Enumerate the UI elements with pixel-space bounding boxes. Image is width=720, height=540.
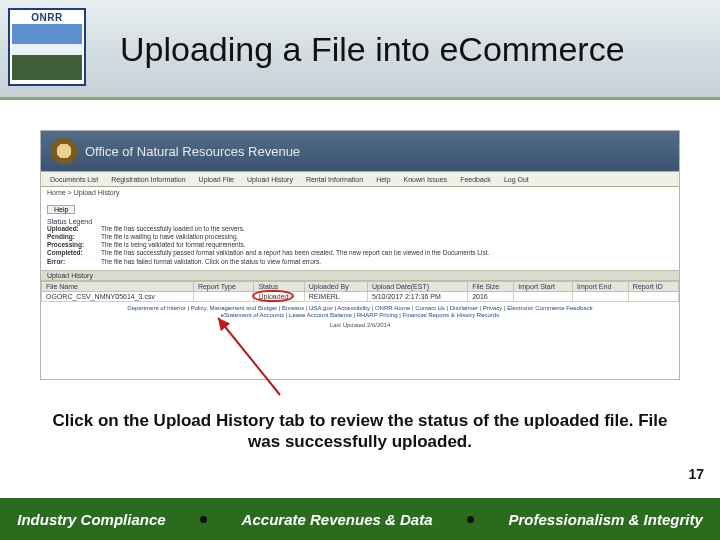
table-header-row: File Name Report Type Status Uploaded By… — [42, 281, 679, 291]
legend-val-uploaded: The file has successfully loaded on to t… — [101, 225, 245, 232]
legend-key-error: Error: — [47, 258, 101, 266]
footer-last-updated: Last Updated 2/6/2014 — [45, 322, 675, 330]
col-import-start: Import Start — [514, 281, 573, 291]
legend-val-processing: The file is being validated for format r… — [101, 241, 246, 248]
seal-icon — [51, 138, 77, 164]
footer-left: Industry Compliance — [17, 511, 165, 528]
cell-file-size: 2016 — [468, 291, 514, 301]
help-button[interactable]: Help — [47, 205, 75, 214]
slide-footer: Industry Compliance Accurate Revenues & … — [0, 498, 720, 540]
legend-key-completed: Completed: — [47, 249, 101, 257]
tab-bar: Documents List Registration Information … — [41, 171, 679, 187]
bullet-icon — [200, 516, 207, 523]
app-banner-title: Office of Natural Resources Revenue — [85, 144, 300, 159]
onrr-logo: ONRR — [8, 8, 86, 86]
tab-upload-file[interactable]: Upload File — [194, 175, 239, 184]
tab-log-out[interactable]: Log Out — [499, 175, 534, 184]
table-row: OGORC_CSV_NMNY05614_3.csv Uploaded REIME… — [42, 291, 679, 301]
cell-status[interactable]: Uploaded — [254, 291, 304, 301]
app-banner: Office of Natural Resources Revenue — [41, 131, 679, 171]
footer-right: Professionalism & Integrity — [509, 511, 703, 528]
cell-status-text: Uploaded — [258, 293, 288, 300]
footer-mid: Accurate Revenues & Data — [242, 511, 433, 528]
cell-uploaded-by: REIMERL — [304, 291, 367, 301]
screenshot-footer-links: Department of Interior | Policy, Managem… — [41, 302, 679, 331]
slide-title: Uploading a File into eCommerce — [120, 30, 700, 69]
slide-caption: Click on the Upload History tab to revie… — [40, 410, 680, 453]
legend-val-pending: The file is waiting to have validation p… — [101, 233, 238, 240]
tab-rental-information[interactable]: Rental Information — [301, 175, 368, 184]
onrr-logo-image — [12, 24, 82, 80]
legend-val-completed: The file has successfully passed format … — [101, 249, 489, 256]
legend-key-processing: Processing: — [47, 241, 101, 249]
footer-links-line1: Department of Interior | Policy, Managem… — [45, 305, 675, 313]
status-legend-title: Status Legend — [41, 216, 679, 225]
tab-registration-information[interactable]: Registration Information — [106, 175, 190, 184]
tab-known-issues[interactable]: Known Issues — [399, 175, 453, 184]
tab-help[interactable]: Help — [371, 175, 395, 184]
col-file-size: File Size — [468, 281, 514, 291]
cell-import-start — [514, 291, 573, 301]
col-file-name: File Name — [42, 281, 194, 291]
col-report-id: Report ID — [628, 281, 678, 291]
col-import-end: Import End — [573, 281, 629, 291]
legend-val-error: The file has failed format validation. C… — [101, 258, 321, 265]
col-uploaded-by: Uploaded By — [304, 281, 367, 291]
legend-key-pending: Pending: — [47, 233, 101, 241]
page-number: 17 — [688, 466, 704, 482]
status-legend: Uploaded:The file has successfully loade… — [41, 225, 679, 270]
legend-key-uploaded: Uploaded: — [47, 225, 101, 233]
cell-report-id — [628, 291, 678, 301]
col-status: Status — [254, 281, 304, 291]
tab-upload-history[interactable]: Upload History — [242, 175, 298, 184]
section-upload-history: Upload History — [41, 270, 679, 281]
screenshot: Office of Natural Resources Revenue Docu… — [40, 130, 680, 380]
footer-links-line2: eStatement of Accounts | Lease Account B… — [45, 312, 675, 320]
cell-upload-date: 5/10/2017 2:17:36 PM — [367, 291, 467, 301]
cell-file-name: OGORC_CSV_NMNY05614_3.csv — [42, 291, 194, 301]
onrr-logo-text: ONRR — [31, 12, 62, 23]
breadcrumb: Home > Upload History — [41, 187, 679, 198]
upload-history-table: File Name Report Type Status Uploaded By… — [41, 281, 679, 302]
col-report-type: Report Type — [193, 281, 254, 291]
bullet-icon — [467, 516, 474, 523]
tab-documents-list[interactable]: Documents List — [45, 175, 103, 184]
col-upload-date: Upload Date(EST) — [367, 281, 467, 291]
cell-import-end — [573, 291, 629, 301]
tab-feedback[interactable]: Feedback — [455, 175, 496, 184]
cell-report-type — [193, 291, 254, 301]
